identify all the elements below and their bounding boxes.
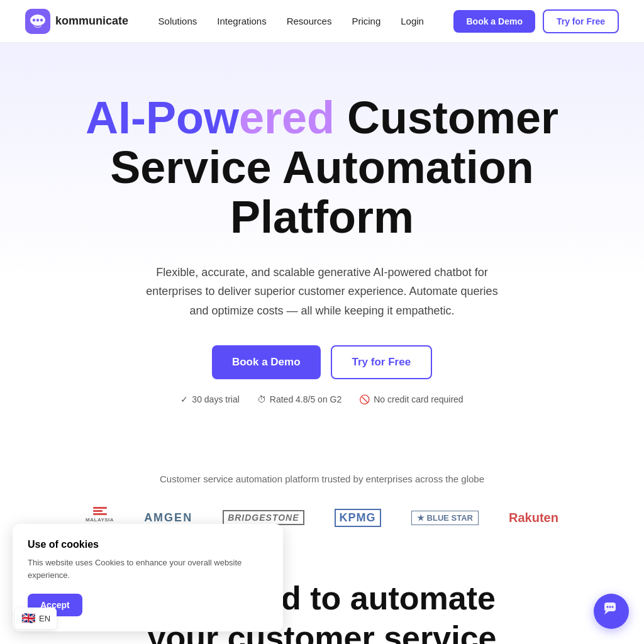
nav-try-free-button[interactable]: Try for Free — [543, 9, 619, 33]
hero-title-ered: ered — [239, 92, 335, 143]
cookie-title: Use of cookies — [28, 539, 268, 550]
chat-bubble-button[interactable] — [594, 594, 629, 629]
hero-buttons: Book a Demo Try for Free — [50, 345, 594, 379]
bluestar-text: ★ BLUE STAR — [411, 511, 479, 525]
logo-rakuten: Rakuten — [509, 511, 558, 525]
hero-book-demo-button[interactable]: Book a Demo — [212, 345, 321, 379]
card-icon: 🚫 — [359, 394, 370, 404]
logo-text: kommunicate — [55, 14, 128, 28]
check-icon: ✓ — [180, 394, 188, 404]
svg-point-2 — [33, 18, 35, 21]
svg-point-4 — [40, 18, 43, 21]
logo-bluestar: ★ BLUE STAR — [411, 511, 479, 525]
hero-badges: ✓ 30 days trial ⏱ Rated 4.8/5 on G2 🚫 No… — [50, 394, 594, 404]
logo-kpmg: KPMG — [335, 509, 381, 527]
nav-resources[interactable]: Resources — [287, 16, 332, 26]
badge-trial-text: 30 days trial — [192, 394, 239, 404]
svg-point-3 — [36, 18, 39, 21]
navbar: kommunicate Solutions Integrations Resou… — [0, 0, 644, 43]
bluestar-star-icon: ★ — [417, 513, 425, 523]
nav-integrations[interactable]: Integrations — [217, 16, 266, 26]
nav-book-demo-button[interactable]: Book a Demo — [453, 10, 535, 33]
logo-icon — [25, 9, 50, 34]
lang-code: EN — [39, 614, 50, 623]
language-switcher[interactable]: 🇬🇧 EN — [15, 608, 57, 629]
nav-actions: Book a Demo Try for Free — [453, 9, 619, 33]
cookie-description: This website uses Cookies to enhance you… — [28, 557, 268, 581]
hero-title-ai: AI-Pow — [86, 92, 239, 143]
flag-icon: 🇬🇧 — [21, 611, 35, 625]
kpmg-text: KPMG — [335, 509, 381, 527]
badge-no-card: 🚫 No credit card required — [359, 394, 463, 404]
nav-pricing[interactable]: Pricing — [352, 16, 380, 26]
nav-links: Solutions Integrations Resources Pricing… — [158, 16, 424, 26]
rakuten-text: Rakuten — [509, 511, 558, 525]
logo[interactable]: kommunicate — [25, 9, 128, 34]
trusted-title: Customer service automation platform tru… — [25, 474, 619, 484]
bridge-text: BRIDGESTONE — [223, 510, 304, 525]
hero-section: AI-Powered CustomerService AutomationPla… — [0, 43, 644, 442]
hero-subtitle: Flexible, accurate, and scalable generat… — [140, 263, 504, 321]
logo-bridgestone: BRIDGESTONE — [223, 510, 304, 525]
badge-g2: ⏱ Rated 4.8/5 on G2 — [257, 394, 341, 404]
logo-amgen: AMGEN — [144, 511, 192, 525]
svg-marker-6 — [604, 611, 609, 614]
hero-try-free-button[interactable]: Try for Free — [331, 345, 433, 379]
badge-trial: ✓ 30 days trial — [180, 394, 239, 404]
svg-point-7 — [607, 606, 609, 608]
chat-icon — [603, 601, 619, 621]
nav-login[interactable]: Login — [401, 16, 424, 26]
svg-point-8 — [609, 606, 611, 608]
amgen-text: AMGEN — [144, 511, 192, 525]
badge-no-card-text: No credit card required — [374, 394, 463, 404]
badge-g2-text: Rated 4.8/5 on G2 — [270, 394, 341, 404]
g2-icon: ⏱ — [257, 394, 266, 404]
svg-point-9 — [612, 606, 614, 608]
nav-solutions[interactable]: Solutions — [158, 16, 197, 26]
hero-title: AI-Powered CustomerService AutomationPla… — [50, 93, 594, 243]
